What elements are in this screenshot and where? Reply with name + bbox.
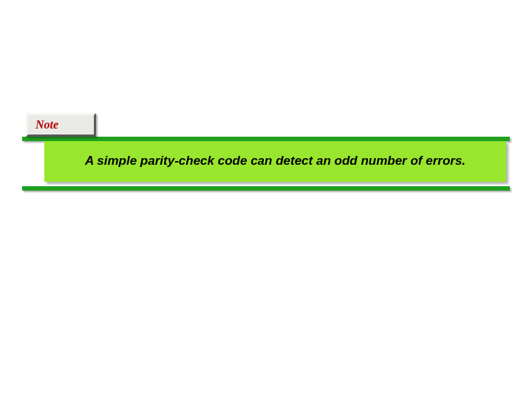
note-badge: Note <box>26 113 96 137</box>
note-body: A simple parity-check code can detect an… <box>44 141 506 182</box>
note-text: A simple parity-check code can detect an… <box>85 153 466 169</box>
note-label: Note <box>35 118 58 132</box>
bottom-rule <box>22 186 510 191</box>
